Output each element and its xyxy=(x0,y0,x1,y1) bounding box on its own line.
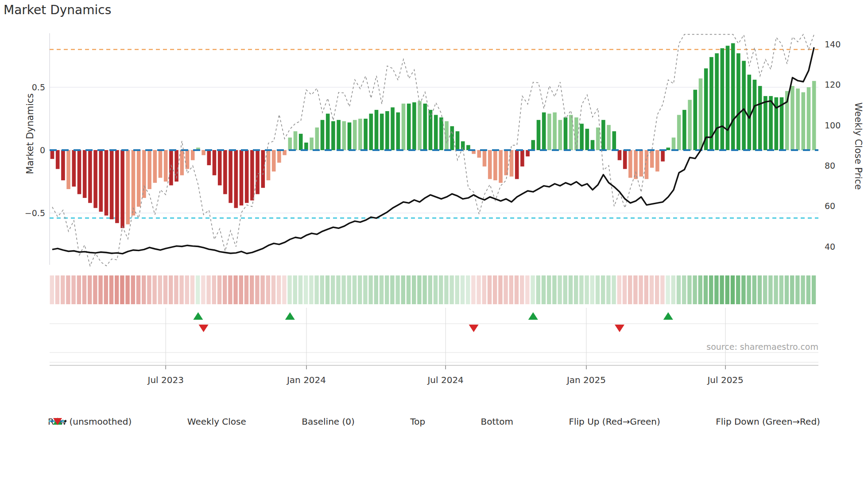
legend-label: Flip Down (Green→Red) xyxy=(716,416,820,427)
heatmap-cell xyxy=(644,275,648,304)
heatmap-cell xyxy=(422,275,426,304)
heatmap-cell xyxy=(493,275,497,304)
oscillator-bar xyxy=(807,87,811,150)
heatmap-cell xyxy=(552,275,556,304)
heatmap-cell xyxy=(407,275,411,304)
oscillator-bar xyxy=(688,100,692,150)
oscillator-bar xyxy=(612,131,616,150)
oscillator-bar xyxy=(369,114,373,150)
heatmap-cell xyxy=(314,275,318,304)
oscillator-bar xyxy=(169,150,173,186)
heatmap-cell xyxy=(596,275,600,304)
legend-item-bottom: Bottom xyxy=(481,416,513,427)
heatmap-cell xyxy=(612,275,616,304)
oscillator-bar xyxy=(504,150,508,175)
oscillator-bar xyxy=(429,110,433,150)
heatmap-cell xyxy=(82,275,86,304)
oscillator-bar xyxy=(88,150,92,203)
oscillator-bar xyxy=(407,104,411,150)
heatmap-cell xyxy=(558,275,562,304)
oscillator-bar xyxy=(159,150,163,178)
oscillator-bar xyxy=(736,53,740,150)
oscillator-bar xyxy=(240,150,244,205)
oscillator-bar xyxy=(537,120,541,150)
heatmap-cell xyxy=(547,275,551,304)
x-tick-label: Jan 2025 xyxy=(567,375,606,385)
heatmap-cell xyxy=(590,275,594,304)
x-tick-label: Jan 2024 xyxy=(287,375,326,385)
oscillator-bar xyxy=(277,150,281,163)
heatmap-cell xyxy=(260,275,264,304)
oscillator-bar xyxy=(553,112,557,150)
figure-market-dynamics: Market Dynamics Market Dynamics Weekly C… xyxy=(0,0,868,488)
heatmap-cell xyxy=(309,275,313,304)
heatmap-cell xyxy=(282,275,286,304)
oscillator-bar xyxy=(493,150,497,180)
heatmap-cell xyxy=(223,275,227,304)
oscillator-bar xyxy=(628,150,632,178)
oscillator-bar xyxy=(423,104,427,150)
oscillator-bar xyxy=(796,89,800,150)
oscillator-bar xyxy=(461,141,465,150)
oscillator-bar xyxy=(607,125,611,150)
oscillator-bar xyxy=(726,46,730,150)
oscillator-bar xyxy=(694,90,698,150)
heatmap-cell xyxy=(77,275,81,304)
oscillator-bar xyxy=(542,112,546,150)
oscillator-bar xyxy=(634,150,638,179)
heatmap-cell xyxy=(293,275,297,304)
oscillator-bar xyxy=(558,120,562,150)
heatmap-cell xyxy=(585,275,589,304)
heatmap-cell xyxy=(677,275,681,304)
heatmap-cell xyxy=(768,275,772,304)
heatmap-cell xyxy=(331,275,335,304)
heatmap-cell xyxy=(185,275,189,304)
flip-down-marker xyxy=(615,325,624,332)
heatmap-cell xyxy=(244,275,248,304)
flip-up-marker xyxy=(528,312,538,320)
oscillator-bar xyxy=(375,110,379,150)
x-tick-label: Jul 2023 xyxy=(147,375,183,385)
heatmap-cell xyxy=(266,275,270,304)
left-tick-label: 0.5 xyxy=(14,82,45,92)
heatmap-cell xyxy=(131,275,135,304)
oscillator-bar xyxy=(763,96,767,150)
heatmap-cell xyxy=(239,275,243,304)
flip-down-marker xyxy=(469,325,479,332)
oscillator-bar xyxy=(601,120,605,150)
heatmap-cell xyxy=(682,275,686,304)
oscillator-bar xyxy=(315,128,319,150)
oscillator-bar xyxy=(207,150,211,165)
heatmap-cell xyxy=(217,275,221,304)
heatmap-cell xyxy=(196,275,200,304)
oscillator-bar xyxy=(402,104,406,150)
heatmap-cell xyxy=(709,275,713,304)
heatmap-cell xyxy=(326,275,329,304)
heatmap-cell xyxy=(142,275,146,304)
heatmap-cell xyxy=(271,275,275,304)
heatmap-cell xyxy=(628,275,632,304)
oscillator-bar xyxy=(488,150,492,179)
oscillator-bar xyxy=(564,117,568,150)
heatmap-cell xyxy=(98,275,102,304)
oscillator-bar xyxy=(812,81,816,150)
oscillator-bar xyxy=(66,150,70,189)
heatmap-cell xyxy=(731,275,735,304)
legend-flip-down-icon xyxy=(48,416,67,426)
heatmap-cell xyxy=(623,275,627,304)
heatmap-cell xyxy=(363,275,367,304)
oscillator-bar xyxy=(596,128,600,150)
legend-label: Baseline (0) xyxy=(302,416,354,427)
oscillator-bar xyxy=(337,120,341,150)
right-tick-label: 80 xyxy=(825,161,835,170)
heatmap-cell xyxy=(158,275,162,304)
heatmap-cell xyxy=(428,275,432,304)
oscillator-bar xyxy=(790,86,794,150)
right-tick-label: 140 xyxy=(825,39,841,49)
oscillator-bar xyxy=(672,138,676,150)
legend-label: Weekly Close xyxy=(187,416,246,427)
left-tick-label: 0 xyxy=(14,145,45,155)
heatmap-cell xyxy=(736,275,740,304)
heatmap-cell xyxy=(298,275,302,304)
heatmap-cell xyxy=(277,275,281,304)
